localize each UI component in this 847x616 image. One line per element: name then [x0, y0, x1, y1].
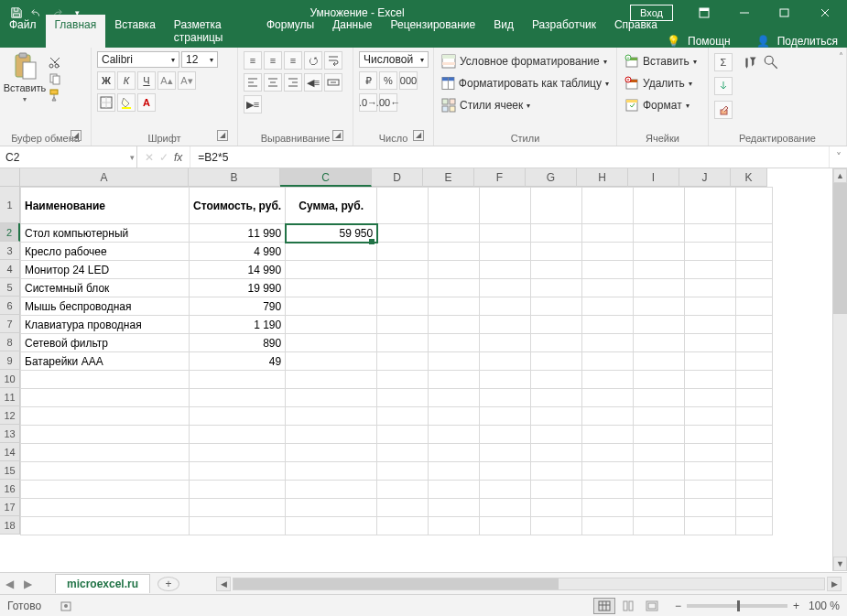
fx-icon[interactable]: fx: [174, 151, 182, 164]
cell[interactable]: [377, 371, 429, 389]
cell[interactable]: [21, 426, 190, 444]
vertical-scrollbar[interactable]: ▲ ▼: [832, 168, 847, 571]
cell[interactable]: [736, 499, 773, 517]
cell[interactable]: [634, 224, 685, 243]
cell[interactable]: [377, 261, 429, 279]
cell[interactable]: [190, 444, 286, 462]
cell[interactable]: [634, 334, 685, 352]
cell[interactable]: [736, 444, 773, 462]
cell[interactable]: [634, 444, 685, 462]
cell[interactable]: [685, 517, 736, 535]
borders-icon[interactable]: [97, 93, 115, 112]
cell[interactable]: [286, 499, 377, 517]
cell[interactable]: [21, 407, 190, 426]
row-header[interactable]: 17: [0, 498, 20, 516]
decrease-indent-icon[interactable]: ◀≡: [304, 73, 322, 92]
clear-icon[interactable]: [714, 101, 733, 119]
cell[interactable]: 11 990: [190, 224, 286, 243]
cell[interactable]: Кресло рабочее: [21, 243, 190, 261]
cell[interactable]: [634, 499, 685, 517]
cell[interactable]: [736, 481, 773, 499]
format-cells-button[interactable]: Формат▾: [623, 97, 702, 113]
row-header[interactable]: 14: [0, 443, 20, 461]
cell[interactable]: [286, 426, 377, 444]
cell[interactable]: [480, 517, 531, 535]
cell[interactable]: [685, 352, 736, 371]
align-right-icon[interactable]: [284, 73, 302, 92]
cell[interactable]: [685, 334, 736, 352]
cell[interactable]: [582, 316, 634, 334]
cell[interactable]: Стол компьютерный: [21, 224, 190, 243]
cell[interactable]: [377, 334, 429, 352]
cell[interactable]: [21, 444, 190, 462]
cell[interactable]: [286, 371, 377, 389]
cell[interactable]: [190, 517, 286, 535]
normal-view-icon[interactable]: [593, 598, 615, 614]
tab-данные[interactable]: Данные: [323, 15, 381, 48]
row-header[interactable]: 3: [0, 242, 20, 260]
sheet-nav-next-icon[interactable]: ▶: [18, 578, 37, 590]
row-header[interactable]: 15: [0, 461, 20, 480]
align-center-icon[interactable]: [264, 73, 282, 92]
cell[interactable]: [634, 243, 685, 261]
cell[interactable]: 19 990: [190, 279, 286, 297]
cell[interactable]: [429, 316, 480, 334]
cell[interactable]: [286, 243, 377, 261]
cell[interactable]: Стоимость, руб.: [190, 188, 286, 224]
cell[interactable]: [531, 389, 582, 407]
row-header[interactable]: 1: [0, 187, 20, 223]
cell[interactable]: [429, 297, 480, 316]
cell[interactable]: [286, 481, 377, 499]
cell[interactable]: [377, 407, 429, 426]
cell[interactable]: [480, 316, 531, 334]
cell[interactable]: [286, 334, 377, 352]
cell[interactable]: [736, 243, 773, 261]
cell[interactable]: [685, 316, 736, 334]
bold-button[interactable]: Ж: [97, 71, 115, 90]
row-header[interactable]: 2: [0, 223, 20, 242]
column-header[interactable]: H: [577, 168, 628, 187]
dialog-launcher-icon[interactable]: ◢: [332, 130, 343, 141]
cell[interactable]: [531, 316, 582, 334]
cell[interactable]: [685, 389, 736, 407]
font-color-icon[interactable]: A: [137, 93, 156, 112]
tab-разметка страницы[interactable]: Разметка страницы: [165, 15, 257, 48]
cell[interactable]: [531, 462, 582, 481]
cell[interactable]: [377, 517, 429, 535]
cell[interactable]: [582, 243, 634, 261]
cell[interactable]: [531, 297, 582, 316]
copy-icon[interactable]: [48, 71, 62, 86]
scroll-right-icon[interactable]: ▶: [827, 577, 842, 591]
sort-filter-icon[interactable]: [742, 53, 760, 71]
formula-input[interactable]: =B2*5: [190, 146, 829, 168]
cell[interactable]: [634, 426, 685, 444]
zoom-slider[interactable]: − +: [675, 600, 799, 612]
cell[interactable]: [685, 243, 736, 261]
column-header[interactable]: F: [474, 168, 526, 187]
cell[interactable]: [736, 389, 773, 407]
cell[interactable]: [582, 352, 634, 371]
cell[interactable]: [190, 499, 286, 517]
cell[interactable]: [685, 444, 736, 462]
dialog-launcher-icon[interactable]: ◢: [217, 130, 228, 141]
cell[interactable]: [736, 352, 773, 371]
format-painter-icon[interactable]: [48, 88, 62, 103]
wrap-text-icon[interactable]: [324, 51, 342, 70]
shrink-font-icon[interactable]: A▾: [178, 71, 196, 90]
cell[interactable]: 4 990: [190, 243, 286, 261]
cell[interactable]: [286, 444, 377, 462]
cancel-formula-icon[interactable]: ✕: [145, 151, 154, 164]
column-header[interactable]: K: [731, 168, 767, 187]
scroll-up-icon[interactable]: ▲: [833, 168, 847, 183]
cell[interactable]: [685, 426, 736, 444]
maximize-icon[interactable]: [766, 0, 803, 26]
cell[interactable]: [634, 462, 685, 481]
cell[interactable]: [21, 462, 190, 481]
horizontal-scrollbar[interactable]: ◀ ▶: [216, 577, 847, 591]
cell[interactable]: [531, 499, 582, 517]
cell[interactable]: [531, 261, 582, 279]
cell[interactable]: [685, 499, 736, 517]
cell[interactable]: 1 190: [190, 316, 286, 334]
underline-button[interactable]: Ч: [137, 71, 156, 90]
cell[interactable]: [21, 499, 190, 517]
